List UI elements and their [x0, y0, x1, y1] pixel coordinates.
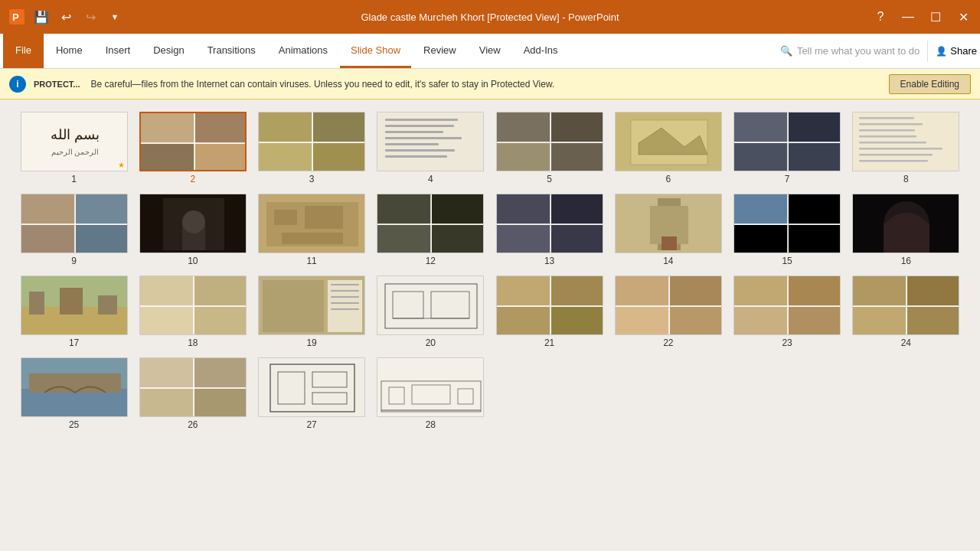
tab-review[interactable]: Review	[413, 34, 467, 68]
svg-rect-129	[907, 276, 959, 306]
svg-rect-111	[551, 276, 603, 306]
slide-number: 17	[69, 337, 79, 348]
svg-rect-6	[195, 113, 247, 143]
slide-item[interactable]: 3	[256, 112, 368, 184]
undo-button[interactable]: ↩	[55, 6, 77, 28]
svg-rect-143	[259, 358, 365, 417]
ribbon: File Home Insert Design Transitions Anim…	[0, 34, 980, 69]
svg-rect-5	[141, 113, 194, 143]
svg-rect-102	[331, 296, 359, 298]
svg-rect-80	[734, 225, 788, 253]
svg-rect-91	[140, 276, 194, 306]
svg-rect-104	[331, 308, 359, 310]
slide-number: 22	[663, 337, 673, 348]
svg-rect-71	[551, 225, 603, 253]
svg-rect-26	[551, 112, 603, 142]
slide-item[interactable]: 2	[137, 112, 248, 184]
customize-toolbar-button[interactable]: ▼	[104, 6, 126, 28]
save-button[interactable]: 💾	[31, 6, 52, 28]
slide-item[interactable]: 4	[375, 112, 486, 184]
slide-thumbnail	[21, 276, 128, 335]
slide-number: 19	[306, 337, 316, 348]
close-button[interactable]: ✕	[952, 6, 974, 28]
title-bar-left: P 💾 ↩ ↪ ▼	[6, 6, 126, 28]
slide-item[interactable]: 18	[137, 276, 248, 348]
svg-rect-110	[497, 276, 550, 306]
slide-number: 24	[901, 337, 911, 348]
slide-thumbnail	[21, 194, 128, 253]
slide-item[interactable]: 22	[612, 276, 724, 348]
svg-rect-23	[385, 149, 455, 152]
svg-rect-11	[259, 112, 312, 142]
slide-item[interactable]: 26	[137, 357, 248, 430]
divider	[927, 41, 928, 62]
slide-number: 26	[188, 419, 198, 430]
svg-rect-100	[331, 284, 359, 285]
svg-rect-45	[859, 148, 942, 150]
minimize-button[interactable]: —	[897, 6, 919, 28]
slide-item[interactable]: 13	[494, 194, 605, 266]
help-icon[interactable]: ?	[870, 6, 891, 28]
svg-rect-43	[859, 135, 916, 138]
slide-item[interactable]: 28	[375, 357, 486, 430]
tab-view[interactable]: View	[469, 34, 511, 68]
redo-button[interactable]: ↪	[80, 6, 101, 28]
svg-rect-101	[331, 290, 359, 292]
protect-label: PROTECT...	[34, 80, 80, 89]
svg-rect-70	[497, 225, 550, 253]
slide-thumbnail	[139, 357, 247, 417]
slide-item[interactable]: 6	[612, 112, 724, 184]
slide-item[interactable]: 25	[18, 357, 129, 430]
slide-item[interactable]: 5	[494, 112, 605, 184]
svg-rect-103	[331, 302, 359, 304]
slide-thumbnail	[377, 194, 484, 253]
tab-addins[interactable]: Add-Ins	[513, 34, 569, 68]
slide-item[interactable]: 27	[256, 357, 368, 430]
slide-thumbnail	[258, 357, 365, 417]
slide-item[interactable]: 24	[851, 276, 962, 348]
slide-item[interactable]: 12	[375, 194, 486, 266]
slide-item[interactable]: 11	[256, 194, 368, 266]
slide-item[interactable]: 20	[375, 276, 486, 348]
svg-rect-131	[907, 307, 959, 335]
svg-rect-21	[385, 137, 462, 139]
slide-number: 8	[903, 174, 909, 184]
slide-number: 14	[663, 256, 673, 266]
slide-item[interactable]: 15	[732, 194, 843, 266]
svg-rect-63	[432, 194, 484, 224]
slide-number: 12	[426, 256, 436, 266]
slide-item[interactable]: 16	[851, 194, 962, 266]
tab-file[interactable]: File	[3, 34, 44, 68]
slide-item[interactable]: 23	[732, 276, 843, 348]
svg-rect-35	[734, 143, 788, 171]
slide-item[interactable]: 9	[18, 194, 129, 266]
slide-item[interactable]: 19	[256, 276, 368, 348]
enable-editing-button[interactable]: Enable Editing	[889, 74, 971, 94]
slide-thumbnail	[21, 357, 128, 417]
tab-design[interactable]: Design	[142, 34, 194, 68]
slide-item[interactable]: 7	[732, 112, 843, 184]
svg-rect-112	[497, 307, 550, 335]
tab-home[interactable]: Home	[45, 34, 93, 68]
svg-rect-61	[282, 233, 343, 244]
tab-transitions[interactable]: Transitions	[197, 34, 266, 68]
share-button[interactable]: 👤 Share	[936, 45, 977, 57]
slide-item[interactable]: 14	[612, 194, 724, 266]
slide-item[interactable]: 17	[18, 276, 129, 348]
tab-slideshow[interactable]: Slide Show	[340, 34, 411, 68]
slide-item[interactable]: 8	[851, 112, 962, 184]
slide-item[interactable]: 21	[494, 276, 605, 348]
search-placeholder[interactable]: Tell me what you want to do	[797, 45, 920, 57]
powerpoint-icon: P	[6, 6, 28, 28]
tab-insert[interactable]: Insert	[95, 34, 142, 68]
search-icon: 🔍	[780, 45, 792, 57]
slide-item[interactable]: 10	[137, 194, 248, 266]
slide-thumbnail	[139, 194, 247, 253]
slide-number: 21	[544, 337, 554, 348]
slide-item[interactable]: بسم الله الرحمن الرحيم★1	[18, 112, 129, 184]
tab-animations[interactable]: Animations	[268, 34, 338, 68]
svg-rect-79	[789, 194, 841, 224]
svg-rect-116	[616, 276, 669, 306]
maximize-button[interactable]: ☐	[925, 6, 946, 28]
protect-icon: i	[9, 76, 26, 93]
